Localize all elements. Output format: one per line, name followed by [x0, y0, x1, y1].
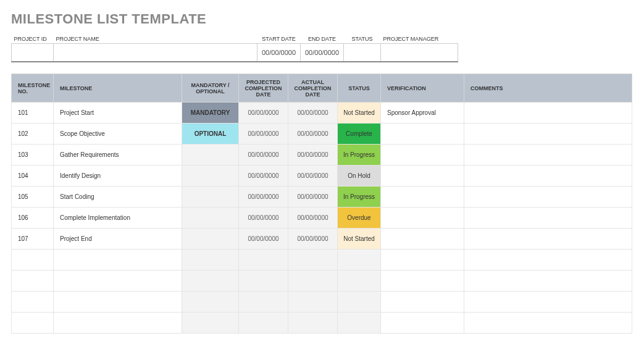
- cell-empty[interactable]: [182, 250, 239, 271]
- value-status[interactable]: [344, 44, 381, 62]
- cell-empty[interactable]: [239, 313, 288, 334]
- cell-milestone-name[interactable]: Project Start: [54, 103, 182, 124]
- col-verification: VERIFICATION: [381, 74, 464, 103]
- cell-projected-date[interactable]: 00/00/0000: [239, 124, 288, 145]
- cell-comments[interactable]: [464, 187, 632, 208]
- cell-empty[interactable]: [12, 250, 54, 271]
- cell-empty[interactable]: [12, 271, 54, 292]
- cell-comments[interactable]: [464, 229, 632, 250]
- cell-actual-date[interactable]: 00/00/0000: [288, 166, 338, 187]
- cell-projected-date[interactable]: 00/00/0000: [239, 229, 288, 250]
- cell-empty[interactable]: [54, 292, 182, 313]
- cell-milestone-name[interactable]: Identify Design: [54, 166, 182, 187]
- cell-empty[interactable]: [182, 292, 239, 313]
- cell-empty[interactable]: [464, 292, 632, 313]
- cell-status[interactable]: Not Started: [338, 103, 381, 124]
- value-start-date[interactable]: 00/00/0000: [257, 44, 301, 62]
- cell-empty[interactable]: [288, 292, 338, 313]
- cell-verification[interactable]: [381, 145, 464, 166]
- cell-empty[interactable]: [381, 313, 464, 334]
- cell-empty[interactable]: [338, 250, 381, 271]
- cell-status[interactable]: Not Started: [338, 229, 381, 250]
- cell-empty[interactable]: [12, 292, 54, 313]
- value-project-id[interactable]: [12, 44, 54, 62]
- cell-type[interactable]: [182, 145, 239, 166]
- cell-empty[interactable]: [239, 271, 288, 292]
- cell-empty[interactable]: [381, 250, 464, 271]
- cell-empty[interactable]: [464, 271, 632, 292]
- cell-milestone-no[interactable]: 107: [12, 229, 54, 250]
- cell-status[interactable]: Complete: [338, 124, 381, 145]
- cell-milestone-no[interactable]: 101: [12, 103, 54, 124]
- cell-empty[interactable]: [54, 250, 182, 271]
- cell-projected-date[interactable]: 00/00/0000: [239, 187, 288, 208]
- cell-comments[interactable]: [464, 124, 632, 145]
- cell-projected-date[interactable]: 00/00/0000: [239, 145, 288, 166]
- cell-comments[interactable]: [464, 166, 632, 187]
- cell-milestone-name[interactable]: Scope Objective: [54, 124, 182, 145]
- cell-actual-date[interactable]: 00/00/0000: [288, 208, 338, 229]
- cell-actual-date[interactable]: 00/00/0000: [288, 145, 338, 166]
- value-end-date[interactable]: 00/00/0000: [301, 44, 344, 62]
- value-project-manager[interactable]: [381, 44, 458, 62]
- cell-milestone-no[interactable]: 106: [12, 208, 54, 229]
- cell-projected-date[interactable]: 00/00/0000: [239, 103, 288, 124]
- cell-comments[interactable]: [464, 103, 632, 124]
- cell-actual-date[interactable]: 00/00/0000: [288, 124, 338, 145]
- cell-empty[interactable]: [464, 250, 632, 271]
- cell-milestone-no[interactable]: 103: [12, 145, 54, 166]
- cell-milestone-name[interactable]: Gather Requirements: [54, 145, 182, 166]
- cell-status[interactable]: Overdue: [338, 208, 381, 229]
- cell-empty[interactable]: [338, 271, 381, 292]
- cell-verification[interactable]: [381, 187, 464, 208]
- cell-milestone-name[interactable]: Start Coding: [54, 187, 182, 208]
- value-project-name[interactable]: [54, 44, 257, 62]
- cell-milestone-no[interactable]: 102: [12, 124, 54, 145]
- cell-empty[interactable]: [464, 313, 632, 334]
- cell-empty[interactable]: [239, 250, 288, 271]
- cell-verification[interactable]: [381, 166, 464, 187]
- cell-empty[interactable]: [381, 292, 464, 313]
- cell-verification[interactable]: [381, 229, 464, 250]
- table-row-empty: [12, 313, 632, 334]
- cell-empty[interactable]: [288, 271, 338, 292]
- cell-empty[interactable]: [338, 313, 381, 334]
- cell-empty[interactable]: [54, 313, 182, 334]
- cell-type[interactable]: OPTIONAL: [182, 124, 239, 145]
- cell-comments[interactable]: [464, 145, 632, 166]
- cell-empty[interactable]: [182, 313, 239, 334]
- cell-comments[interactable]: [464, 208, 632, 229]
- cell-empty[interactable]: [288, 250, 338, 271]
- cell-status[interactable]: In Progress: [338, 187, 381, 208]
- cell-empty[interactable]: [12, 313, 54, 334]
- cell-verification[interactable]: [381, 124, 464, 145]
- cell-actual-date[interactable]: 00/00/0000: [288, 187, 338, 208]
- cell-type[interactable]: [182, 166, 239, 187]
- cell-type[interactable]: [182, 187, 239, 208]
- cell-type[interactable]: MANDATORY: [182, 103, 239, 124]
- cell-actual-date[interactable]: 00/00/0000: [288, 229, 338, 250]
- page-title: MILESTONE LIST TEMPLATE: [11, 11, 633, 27]
- cell-status[interactable]: On Hold: [338, 166, 381, 187]
- cell-projected-date[interactable]: 00/00/0000: [239, 208, 288, 229]
- cell-milestone-no[interactable]: 105: [12, 187, 54, 208]
- cell-empty[interactable]: [338, 292, 381, 313]
- milestone-table: MILESTONE NO. MILESTONE MANDATORY / OPTI…: [11, 74, 632, 334]
- cell-empty[interactable]: [182, 271, 239, 292]
- cell-milestone-no[interactable]: 104: [12, 166, 54, 187]
- cell-type[interactable]: [182, 208, 239, 229]
- cell-empty[interactable]: [239, 292, 288, 313]
- cell-milestone-name[interactable]: Project End: [54, 229, 182, 250]
- cell-projected-date[interactable]: 00/00/0000: [239, 166, 288, 187]
- cell-verification[interactable]: [381, 208, 464, 229]
- cell-status[interactable]: In Progress: [338, 145, 381, 166]
- cell-empty[interactable]: [381, 271, 464, 292]
- cell-empty[interactable]: [54, 271, 182, 292]
- table-row-empty: [12, 292, 632, 313]
- cell-empty[interactable]: [288, 313, 338, 334]
- cell-milestone-name[interactable]: Complete Implementation: [54, 208, 182, 229]
- cell-actual-date[interactable]: 00/00/0000: [288, 103, 338, 124]
- cell-verification[interactable]: Sponsor Approval: [381, 103, 464, 124]
- table-row: 107Project End00/00/000000/00/0000Not St…: [12, 229, 632, 250]
- cell-type[interactable]: [182, 229, 239, 250]
